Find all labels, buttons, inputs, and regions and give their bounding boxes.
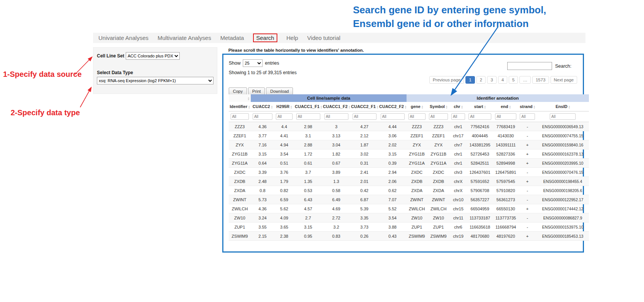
column-filter-input[interactable] <box>381 113 405 120</box>
column-header[interactable]: CUACC2_F2▴▾ <box>378 102 407 111</box>
column-filter-input[interactable] <box>550 113 576 120</box>
column-header[interactable]: EnsID▴▾ <box>536 102 589 111</box>
table-cell: ZYX <box>229 140 251 149</box>
nav-item-multivariate-analyses[interactable]: Multivariate Analyses <box>158 35 211 41</box>
column-filter-input[interactable] <box>429 113 448 120</box>
print-button[interactable]: Print <box>248 87 265 95</box>
results-panel: Show 25 entries Showing 1 to 25 of 39,31… <box>222 54 584 253</box>
table-cell: - <box>518 168 536 177</box>
sort-icon[interactable]: ▴▾ <box>484 105 486 109</box>
pagination: Previous page 1 2 3 4 5 … 1573 Next pa <box>429 76 577 84</box>
sort-icon[interactable]: ▴▾ <box>291 105 292 109</box>
table-cell: 3.65 <box>274 223 294 232</box>
column-filter-input[interactable] <box>353 113 377 120</box>
copy-button[interactable]: Copy <box>229 87 247 95</box>
page-number-button[interactable]: 2 <box>476 76 486 84</box>
table-cell: ENSG00000185453.13 <box>536 232 589 241</box>
table-cell: ZYG11B <box>407 149 427 159</box>
table-cell: 0.67 <box>322 159 350 168</box>
page-number-button[interactable]: … <box>519 76 531 84</box>
column-filter-input[interactable] <box>231 113 249 120</box>
column-header[interactable]: CUACC2▴▾ <box>251 102 274 111</box>
column-header[interactable]: Symbol▴▾ <box>427 102 450 111</box>
column-header[interactable]: start▴▾ <box>467 102 493 111</box>
table-cell: ZZEF1 <box>407 131 427 140</box>
download-button[interactable]: Download <box>266 87 293 95</box>
nav-item-help[interactable]: Help <box>286 35 298 41</box>
sort-icon[interactable]: ▴▾ <box>510 105 511 109</box>
column-filter-input[interactable] <box>408 113 426 120</box>
sort-icon[interactable]: ▴▾ <box>321 105 322 109</box>
table-cell: 143391111 <box>493 140 518 149</box>
table-cell: ZYG11A <box>427 159 450 168</box>
table-cell: 3.54 <box>274 149 294 159</box>
sort-icon[interactable]: ▴▾ <box>405 105 407 109</box>
table-cell: ENSG00000198205.6 <box>536 186 589 195</box>
search-input[interactable] <box>507 62 552 70</box>
table-cell: 3.54 <box>378 213 407 223</box>
column-filter-input[interactable] <box>468 113 491 120</box>
column-filter-input[interactable] <box>451 113 465 120</box>
nav-item-univariate-analyses[interactable]: Univariate Analyses <box>98 35 149 41</box>
sort-icon[interactable]: ▴▾ <box>422 105 423 109</box>
page-number-button[interactable]: 3 <box>487 76 496 84</box>
cell-line-set-select[interactable]: ACC Colorado plus PDX <box>126 52 180 60</box>
table-cell: 6.49 <box>322 195 350 204</box>
nav-item-video-tutorial[interactable]: Video tutorial <box>307 35 340 41</box>
column-header[interactable]: gene▴▾ <box>407 102 427 111</box>
table-cell: ENSG00000086827.9 <box>536 213 589 223</box>
previous-page-button[interactable]: Previous page <box>429 76 464 84</box>
column-header[interactable]: end▴▾ <box>493 102 518 111</box>
sort-icon[interactable]: ▴▾ <box>568 105 570 109</box>
column-header[interactable]: CUACC1_F2▴▾ <box>322 102 350 111</box>
sort-icon[interactable]: ▴▾ <box>248 105 250 109</box>
table-cell: chr1 <box>450 149 467 159</box>
sort-icon[interactable]: ▴▾ <box>271 105 273 109</box>
column-header[interactable]: strand▴▾ <box>518 102 536 111</box>
table-cell: ZYG11B <box>229 149 251 159</box>
table-cell: 3.04 <box>322 140 350 149</box>
column-filter-input[interactable] <box>324 113 348 120</box>
sort-icon[interactable]: ▴▾ <box>377 105 378 109</box>
table-cell: ENSG00000074755.15 <box>536 131 589 140</box>
column-filter-input[interactable] <box>495 113 516 120</box>
table-cell: 4.4 <box>274 122 294 131</box>
sort-icon[interactable]: ▴▾ <box>349 105 350 109</box>
column-filter-input[interactable] <box>276 113 292 120</box>
table-row: ZXDA0.80.820.530.580.420.62ZXDAZXDAchrX5… <box>229 186 589 195</box>
nav-bar: Univariate Analyses Multivariate Analyse… <box>93 33 585 43</box>
nav-item-metadata[interactable]: Metadata <box>220 35 244 41</box>
page-length-select[interactable]: 25 <box>243 59 263 67</box>
page-number-button[interactable]: 4 <box>498 76 507 84</box>
filter-cell <box>274 111 294 122</box>
table-cell: 5.52 <box>378 204 407 213</box>
sort-icon[interactable]: ▴▾ <box>461 105 463 109</box>
page-number-button[interactable]: 1573 <box>532 76 549 84</box>
table-cell: ZXDC <box>229 168 251 177</box>
table-cell: ZSWIM9 <box>427 232 450 241</box>
page-number-button[interactable]: 5 <box>509 76 518 84</box>
column-header[interactable]: Identifier▴▾ <box>229 102 251 111</box>
next-page-button[interactable]: Next page <box>551 76 577 84</box>
table-cell: ZXDB <box>407 177 427 186</box>
column-filter-input[interactable] <box>253 113 272 120</box>
corner-header[interactable]: ▴▾ <box>229 94 251 102</box>
column-header[interactable]: chr▴▾ <box>450 102 467 111</box>
table-cell: 5.39 <box>350 204 378 213</box>
nav-item-search[interactable]: Search <box>253 33 277 42</box>
sort-icon[interactable]: ▴▾ <box>534 105 535 109</box>
table-cell: ENSG00000122952.17 <box>536 195 589 204</box>
column-header[interactable]: H295R▴▾ <box>274 102 294 111</box>
column-filter-input[interactable] <box>520 113 535 120</box>
sort-icon[interactable]: ▴▾ <box>446 105 448 109</box>
cell-line-set-label: Cell Line Set <box>97 53 124 59</box>
column-filter-input[interactable] <box>296 113 320 120</box>
column-header[interactable]: CUACC2_F1▴▾ <box>350 102 378 111</box>
table-cell: 113773735 <box>493 213 518 223</box>
table-cell: 2.01 <box>350 177 378 186</box>
page-numbers: 1 2 3 4 5 … 1573 <box>465 76 549 84</box>
table-cell: 1.79 <box>274 177 294 186</box>
column-header[interactable]: CUACC1_F1▴▾ <box>294 102 322 111</box>
data-type-select[interactable]: xsq: RNA-seq Expression (log2 FPKM+1) <box>97 77 214 84</box>
page-number-button[interactable]: 1 <box>465 76 475 84</box>
